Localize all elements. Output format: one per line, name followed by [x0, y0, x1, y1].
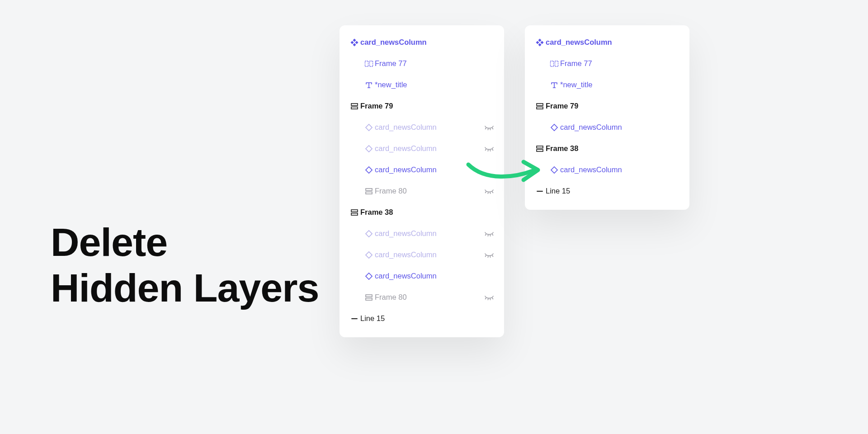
svg-rect-3	[355, 41, 358, 44]
svg-rect-13	[366, 145, 372, 151]
layer-row[interactable]: Frame 80	[340, 180, 504, 202]
layer-row[interactable]: Frame 38	[340, 202, 504, 223]
layer-row[interactable]: *new_title	[340, 74, 504, 95]
svg-rect-38	[366, 295, 372, 297]
layer-row[interactable]: card_newsColumn	[340, 265, 504, 287]
svg-line-30	[490, 235, 491, 236]
layer-label: card_newsColumn	[360, 38, 483, 47]
headline-line-2: Hidden Layers	[51, 265, 319, 311]
layer-row[interactable]: Frame 77	[525, 53, 689, 74]
frame-icon	[363, 187, 375, 195]
frame-icon	[349, 102, 360, 110]
layer-label: Frame 79	[546, 102, 669, 110]
layer-row[interactable]: card_newsColumn	[525, 32, 689, 53]
svg-rect-26	[351, 213, 358, 215]
layer-row[interactable]: card_newsColumn	[340, 32, 504, 53]
svg-line-36	[492, 255, 493, 257]
svg-rect-19	[366, 189, 372, 191]
hidden-eye-icon[interactable]	[483, 123, 495, 132]
svg-rect-2	[350, 41, 354, 44]
svg-line-33	[486, 255, 486, 257]
svg-rect-45	[538, 38, 541, 42]
svg-line-10	[488, 128, 488, 130]
svg-rect-25	[351, 210, 358, 212]
instance-icon	[363, 166, 375, 174]
svg-line-12	[492, 128, 493, 129]
layer-row[interactable]: Frame 77	[340, 53, 504, 74]
svg-line-41	[488, 298, 488, 300]
frame-icon	[534, 102, 546, 110]
hidden-eye-icon[interactable]	[483, 145, 495, 153]
instance-icon	[363, 251, 375, 259]
layer-label: Frame 80	[375, 187, 483, 195]
layers-panel-after: card_newsColumnFrame 77*new_titleFrame 7…	[525, 25, 689, 210]
svg-rect-4	[365, 61, 368, 66]
svg-rect-53	[551, 124, 557, 130]
instance-icon	[548, 123, 560, 132]
svg-rect-0	[353, 38, 356, 42]
layer-row[interactable]: Line 15	[525, 180, 689, 202]
svg-line-31	[492, 234, 493, 236]
hidden-eye-icon[interactable]	[483, 230, 495, 238]
layer-label: Line 15	[360, 314, 483, 323]
layer-row[interactable]: Frame 79	[525, 95, 689, 117]
svg-rect-47	[536, 41, 539, 44]
hidden-eye-icon[interactable]	[483, 187, 495, 195]
svg-line-35	[490, 256, 491, 257]
svg-rect-51	[537, 104, 543, 106]
svg-line-43	[492, 298, 493, 299]
text-icon	[548, 81, 560, 89]
svg-rect-18	[366, 166, 372, 173]
svg-rect-37	[366, 273, 372, 279]
frame-icon	[349, 208, 360, 217]
headline: Delete Hidden Layers	[51, 219, 319, 311]
svg-rect-48	[540, 41, 543, 44]
headline-line-1: Delete	[51, 219, 319, 265]
instance-icon	[363, 230, 375, 238]
layer-row[interactable]: Line 15	[340, 308, 504, 329]
svg-rect-49	[551, 61, 554, 66]
layer-label: Frame 80	[375, 293, 483, 302]
svg-line-24	[492, 192, 493, 193]
layer-row[interactable]: card_newsColumn	[340, 117, 504, 138]
text-group-icon	[363, 60, 375, 68]
layer-label: card_newsColumn	[560, 123, 669, 132]
component-icon	[534, 38, 546, 47]
svg-line-21	[486, 192, 486, 193]
svg-line-16	[490, 150, 491, 151]
layer-label: card_newsColumn	[375, 165, 483, 174]
svg-line-42	[490, 298, 491, 300]
text-group-icon	[548, 60, 560, 68]
hidden-eye-icon[interactable]	[483, 251, 495, 259]
layer-row[interactable]: card_newsColumn	[340, 159, 504, 180]
svg-line-9	[486, 128, 486, 129]
layer-row[interactable]: Frame 38	[525, 138, 689, 159]
svg-line-15	[488, 150, 488, 151]
layer-row[interactable]: Frame 79	[340, 95, 504, 117]
layer-label: Frame 77	[560, 59, 669, 68]
layer-row[interactable]: card_newsColumn	[340, 223, 504, 244]
layer-label: Frame 38	[546, 144, 669, 153]
layer-row[interactable]: card_newsColumn	[340, 138, 504, 159]
frame-icon	[363, 293, 375, 302]
svg-line-28	[486, 234, 486, 236]
layers-panel-before: card_newsColumnFrame 77*new_titleFrame 7…	[340, 25, 504, 337]
layer-row[interactable]: card_newsColumn	[525, 117, 689, 138]
svg-line-17	[492, 149, 493, 151]
layer-row[interactable]: card_newsColumn	[525, 159, 689, 180]
svg-rect-6	[351, 104, 358, 106]
layer-row[interactable]: card_newsColumn	[340, 244, 504, 265]
layer-label: card_newsColumn	[375, 123, 483, 132]
svg-rect-5	[370, 61, 373, 66]
svg-rect-27	[366, 230, 372, 236]
svg-line-34	[488, 256, 488, 257]
line-icon	[349, 315, 360, 323]
layer-row[interactable]: *new_title	[525, 74, 689, 95]
svg-line-23	[490, 192, 491, 193]
svg-rect-20	[366, 192, 372, 194]
hidden-eye-icon[interactable]	[483, 293, 495, 302]
layer-row[interactable]: Frame 80	[340, 287, 504, 308]
layer-label: Frame 38	[360, 208, 483, 217]
svg-rect-55	[537, 149, 543, 151]
instance-icon	[363, 272, 375, 280]
